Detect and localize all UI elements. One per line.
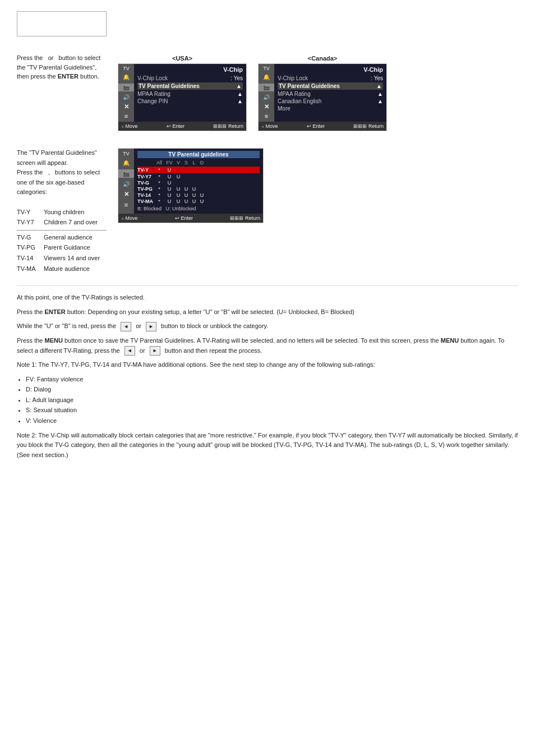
pcol-tvpg-all: * bbox=[154, 186, 164, 192]
pcode-tvma: TV-MA bbox=[137, 199, 154, 204]
canada-row-parental: TV Parental Guidelines ▲ bbox=[278, 82, 383, 90]
col-header-l: L bbox=[190, 160, 198, 165]
canada-screen-inner: TV 🔔 🎬 🔊 ✕ ≡ V-Chip V-Chip Lock : Yes bbox=[259, 64, 386, 122]
parental-icon-menu: ≡ bbox=[124, 201, 128, 208]
parental-row-tvg: TV-G * U bbox=[137, 180, 260, 186]
pcol-tvg-all: * bbox=[154, 180, 164, 186]
usa-screen: TV 🔔 🎬 🔊 ✕ ≡ V-Chip V-Chip Lock : Yes bbox=[118, 63, 247, 131]
canada-footer-enter: ↩ Enter bbox=[307, 123, 325, 129]
pcode-tvy7: TV-Y7 bbox=[137, 174, 154, 179]
canada-icon-bell: 🔔 bbox=[263, 75, 270, 80]
cat-desc-tv14: Viewers 14 and over bbox=[44, 253, 100, 264]
subratings-list: FV: Fantasy violence D: Dialog L: Adult … bbox=[26, 375, 518, 426]
parental-footer: ⬦ Move ↩ Enter ⊞⊞⊞ Return bbox=[118, 214, 263, 223]
canada-row-english: Canadian English ▲ bbox=[278, 98, 383, 104]
usa-footer: ⬦ Move ↩ Enter ⊞⊞⊞ Return bbox=[118, 122, 246, 131]
canada-screen-block: <Canada> TV 🔔 🎬 🔊 ✕ ≡ V-Chip bbox=[258, 53, 387, 131]
parental-row-tvpg: TV-PG * U U U U bbox=[137, 186, 260, 192]
pcol-tvpg-v: U bbox=[174, 186, 182, 192]
section2-instruction-text: The "TV Parental Guidelines" screen will… bbox=[17, 148, 107, 274]
cat-code-tvy7: TV-Y7 bbox=[17, 218, 39, 228]
cat-desc-tvpg: Parent Guidance bbox=[44, 243, 90, 253]
parental-col-headers: All FV V S L D bbox=[137, 160, 260, 165]
canada-sidebar: TV 🔔 🎬 🔊 ✕ ≡ bbox=[259, 64, 274, 122]
pcol-tvg-fv: U bbox=[164, 180, 174, 186]
usa-row-pin: Change PIN ▲ bbox=[137, 98, 243, 104]
parental-screen-content: TV Parental guidelines All FV V S L D TV… bbox=[134, 149, 263, 214]
body-para2: Press the ENTER button: Depending on you… bbox=[17, 307, 518, 317]
canada-parental-label: TV Parental Guidelines bbox=[279, 83, 340, 89]
pcode-tvy: TV-Y bbox=[137, 167, 154, 173]
parental-footer-move: ⬦ Move bbox=[121, 215, 138, 221]
body-note1: Note 1: The TV-Y7, TV-PG, TV-14 and TV-M… bbox=[17, 360, 518, 370]
pcol-tv14-l: U bbox=[190, 192, 198, 198]
usa-screen-content: V-Chip V-Chip Lock : Yes TV Parental Gui… bbox=[134, 64, 246, 122]
parental-row-tvy: TV-Y * U bbox=[137, 167, 260, 173]
pcode-tvg: TV-G bbox=[137, 180, 154, 186]
usa-screen-inner: TV 🔔 🎬 🔊 ✕ ≡ V-Chip V-Chip Lock : Yes bbox=[118, 64, 246, 122]
pcol-tvy7-v: U bbox=[174, 174, 182, 179]
section2-parental-guidelines: The "TV Parental Guidelines" screen will… bbox=[17, 148, 518, 274]
section1-usa-canada: Press the or button to select the "TV Pa… bbox=[17, 53, 518, 131]
usa-vchip-label: V-Chip Lock bbox=[137, 75, 168, 81]
canada-header: <Canada> bbox=[258, 53, 387, 63]
subrating-fv: FV: Fantasy violence bbox=[26, 375, 518, 385]
cat-code-tvpg: TV-PG bbox=[17, 243, 39, 253]
parental-icon-sound: 🔊 bbox=[123, 181, 130, 187]
cat-code-tvg: TV-G bbox=[17, 233, 39, 243]
section2-cat-row-tvg: TV-G General audience bbox=[17, 233, 107, 243]
canada-footer-move: ⬦ Move bbox=[261, 123, 278, 129]
section2-cat-row-tvpg: TV-PG Parent Guidance bbox=[17, 243, 107, 253]
canada-parental-arrow: ▲ bbox=[376, 83, 382, 89]
pcol-tvy-fv: U bbox=[164, 167, 174, 173]
canada-vchip-label: V-Chip Lock bbox=[278, 75, 308, 81]
cat-code-tvy: TV-Y bbox=[17, 208, 39, 218]
body-para4: Press the MENU button once to save the T… bbox=[17, 336, 518, 356]
parental-icon-bell: 🔔 bbox=[123, 160, 130, 166]
pcol-tvy-all: * bbox=[154, 167, 164, 173]
usa-row-vchip: V-Chip Lock : Yes bbox=[137, 75, 243, 81]
parental-legend: B: Blocked U: Unblocked bbox=[137, 206, 260, 211]
subrating-l: L: Adult language bbox=[26, 395, 518, 405]
category-divider bbox=[17, 230, 107, 231]
usa-row-mpaa: MPAA Rating ▲ bbox=[137, 91, 243, 97]
pcol-tv14-d: U bbox=[198, 192, 206, 198]
col-header-d: D bbox=[198, 160, 206, 165]
pcol-tvpg-fv: U bbox=[164, 186, 174, 192]
menu-bold1: MENU bbox=[45, 337, 63, 344]
inline-btn-left2: ◄ bbox=[124, 346, 135, 355]
body-para1: At this point, one of the TV-Ratings is … bbox=[17, 293, 518, 303]
canada-more-label: More bbox=[278, 105, 290, 112]
inline-btn-right2: ► bbox=[150, 346, 160, 355]
section2-desc: The "TV Parental Guidelines" screen will… bbox=[17, 148, 107, 197]
usa-title: V-Chip bbox=[137, 66, 243, 73]
section2-cat-row-tvma: TV-MA Mature audience bbox=[17, 264, 107, 274]
body-note2: Note 2: The V-Chip will automatically bl… bbox=[17, 431, 518, 460]
canada-mpaa-label: MPAA Rating bbox=[278, 91, 311, 97]
parental-title: TV Parental guidelines bbox=[137, 151, 260, 158]
usa-vchip-val: : Yes bbox=[230, 75, 243, 81]
cat-desc-tvg: General audience bbox=[44, 233, 93, 243]
pcol-tvma-all: * bbox=[154, 199, 164, 204]
canada-title: V-Chip bbox=[278, 66, 383, 73]
parental-icon-film: 🎬 bbox=[118, 169, 134, 178]
pcode-tvpg: TV-PG bbox=[137, 186, 154, 192]
canada-row-mpaa: MPAA Rating ▲ bbox=[278, 91, 383, 97]
canada-icon-x: ✕ bbox=[264, 104, 269, 110]
pcol-tv14-all: * bbox=[154, 192, 164, 198]
parental-sidebar: TV 🔔 🎬 🔊 ✕ ≡ bbox=[118, 149, 134, 214]
usa-icon-menu: ≡ bbox=[124, 113, 128, 119]
parental-guidelines-screen: TV 🔔 🎬 🔊 ✕ ≡ TV Parental guidelines All … bbox=[118, 148, 264, 223]
canada-icon-sound: 🔊 bbox=[263, 95, 270, 100]
col-header-s: S bbox=[182, 160, 190, 165]
section1-instruction-text: Press the or button to select the "TV Pa… bbox=[17, 53, 107, 81]
parental-footer-enter: ↩ Enter bbox=[175, 215, 193, 221]
parental-footer-return: ⊞⊞⊞ Return bbox=[230, 215, 260, 221]
parental-icon-tv: TV bbox=[123, 151, 130, 156]
pcol-tvma-l: U bbox=[190, 199, 198, 204]
pcol-tv14-v: U bbox=[174, 192, 182, 198]
usa-footer-move: ⬦ Move bbox=[121, 123, 138, 129]
section-divider1 bbox=[17, 285, 518, 286]
top-placeholder-box bbox=[17, 11, 107, 36]
body-para3: While the "U" or "B" is red, press the ◄… bbox=[17, 321, 518, 331]
